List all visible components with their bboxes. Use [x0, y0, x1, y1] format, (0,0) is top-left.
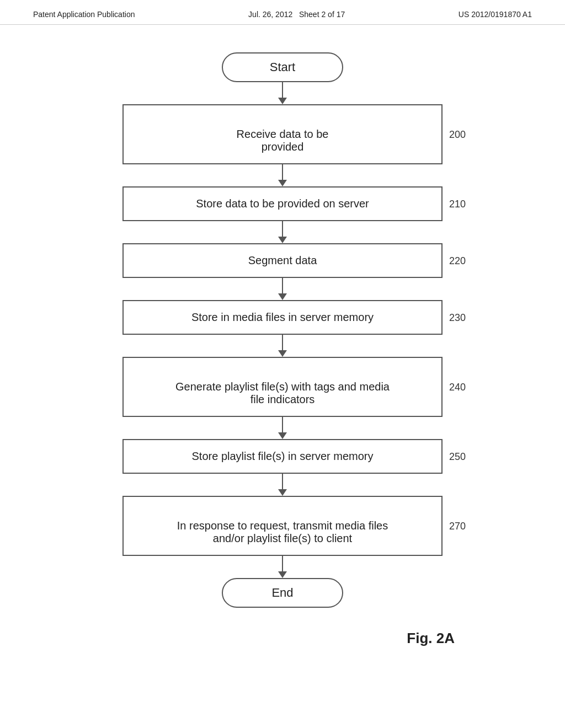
- arrow-line: [282, 278, 283, 293]
- step-270-label: 270: [449, 520, 466, 532]
- step-250-text: Store playlist file(s) in server memory: [192, 450, 374, 462]
- arrow-head: [278, 180, 287, 186]
- start-node: Start: [222, 52, 343, 82]
- step-200-text: Receive data to be provided: [237, 128, 329, 153]
- step-210-text: Store data to be provided on server: [196, 197, 369, 210]
- end-node: End: [222, 578, 343, 608]
- arrow-head: [278, 432, 287, 439]
- arrow-head: [278, 350, 287, 357]
- step-270-box: In response to request, transmit media f…: [122, 496, 443, 556]
- step-200-box: Receive data to be provided: [122, 104, 443, 164]
- step-250-box: Store playlist file(s) in server memory: [122, 439, 443, 474]
- arrow-line: [282, 474, 283, 489]
- step-220-box: Segment data: [122, 243, 443, 278]
- step-230-wrapper: Store in media files in server memory 23…: [44, 300, 521, 335]
- flowchart: Start Receive data to be provided 200 St…: [44, 52, 521, 608]
- arrow-250-270: [278, 474, 287, 496]
- header-sheet: Sheet 2 of 17: [299, 10, 345, 19]
- arrow-head: [278, 293, 287, 300]
- step-230-label: 230: [449, 312, 466, 323]
- step-200-label: 200: [449, 129, 466, 140]
- header-patent-number: US 2012/0191870 A1: [459, 10, 532, 19]
- step-240-text: Generate playlist file(s) with tags and …: [175, 381, 390, 405]
- step-210-box: Store data to be provided on server: [122, 186, 443, 221]
- page-header: Patent Application Publication Jul. 26, …: [0, 0, 565, 25]
- step-230-text: Store in media files in server memory: [191, 311, 374, 323]
- step-220-wrapper: Segment data 220: [44, 243, 521, 278]
- arrow-270-end: [278, 556, 287, 578]
- start-node-wrapper: Start: [222, 52, 343, 82]
- arrow-head: [278, 489, 287, 496]
- arrow-240-250: [278, 417, 287, 439]
- arrow-220-230: [278, 278, 287, 300]
- arrow-line: [282, 221, 283, 237]
- arrow-200-210: [278, 164, 287, 186]
- step-220-text: Segment data: [248, 254, 317, 266]
- step-210-wrapper: Store data to be provided on server 210: [44, 186, 521, 221]
- step-250-label: 250: [449, 451, 466, 462]
- page-content: Start Receive data to be provided 200 St…: [0, 25, 565, 669]
- step-240-wrapper: Generate playlist file(s) with tags and …: [44, 357, 521, 417]
- step-200-wrapper: Receive data to be provided 200: [44, 104, 521, 164]
- step-240-label: 240: [449, 381, 466, 393]
- step-250-wrapper: Store playlist file(s) in server memory …: [44, 439, 521, 474]
- step-240-box: Generate playlist file(s) with tags and …: [122, 357, 443, 417]
- arrow-line: [282, 164, 283, 180]
- step-210-label: 210: [449, 198, 466, 210]
- arrow-line: [282, 417, 283, 432]
- arrow-230-240: [278, 335, 287, 357]
- figure-label: Fig. 2A: [407, 630, 455, 647]
- arrow-line: [282, 335, 283, 350]
- arrow-head: [278, 571, 287, 578]
- step-270-text: In response to request, transmit media f…: [177, 520, 388, 544]
- arrow-head: [278, 98, 287, 104]
- arrow-start-200: [278, 82, 287, 104]
- end-node-wrapper: End: [222, 578, 343, 608]
- header-date-sheet: Jul. 26, 2012 Sheet 2 of 17: [248, 10, 345, 19]
- header-date: Jul. 26, 2012: [248, 10, 292, 19]
- arrow-210-220: [278, 221, 287, 243]
- step-270-wrapper: In response to request, transmit media f…: [44, 496, 521, 556]
- arrow-head: [278, 237, 287, 243]
- header-publisher: Patent Application Publication: [33, 10, 135, 19]
- step-220-label: 220: [449, 255, 466, 266]
- arrow-line: [282, 556, 283, 571]
- step-230-box: Store in media files in server memory: [122, 300, 443, 335]
- arrow-line: [282, 82, 283, 98]
